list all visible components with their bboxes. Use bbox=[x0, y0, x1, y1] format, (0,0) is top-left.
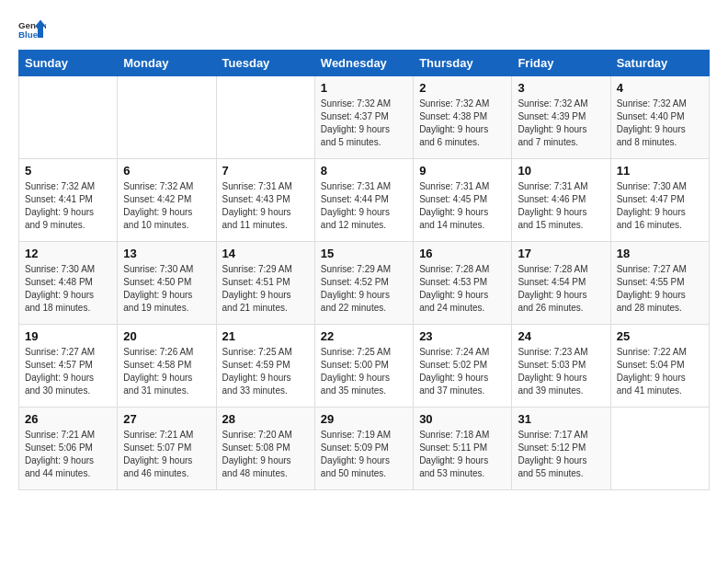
day-info: Sunrise: 7:25 AMSunset: 5:00 PMDaylight:… bbox=[321, 346, 407, 397]
day-number: 8 bbox=[321, 164, 407, 178]
calendar-day: 15Sunrise: 7:29 AMSunset: 4:52 PMDayligh… bbox=[314, 242, 413, 325]
day-info: Sunrise: 7:18 AMSunset: 5:11 PMDaylight:… bbox=[419, 429, 506, 480]
day-info: Sunrise: 7:32 AMSunset: 4:39 PMDaylight:… bbox=[518, 98, 604, 149]
day-number: 20 bbox=[123, 329, 210, 343]
calendar-header-thursday: Thursday bbox=[414, 51, 512, 76]
day-number: 29 bbox=[321, 412, 407, 426]
calendar-day bbox=[19, 76, 118, 159]
calendar-day: 21Sunrise: 7:25 AMSunset: 4:59 PMDayligh… bbox=[216, 325, 314, 408]
day-number: 14 bbox=[222, 247, 309, 260]
calendar-header-sunday: Sunday bbox=[19, 51, 118, 76]
day-number: 11 bbox=[617, 164, 703, 178]
calendar-day: 13Sunrise: 7:30 AMSunset: 4:50 PMDayligh… bbox=[118, 242, 216, 325]
calendar-day: 4Sunrise: 7:32 AMSunset: 4:40 PMDaylight… bbox=[610, 76, 709, 159]
day-number: 24 bbox=[518, 329, 604, 343]
logo: General Blue bbox=[18, 18, 46, 40]
calendar-day: 6Sunrise: 7:32 AMSunset: 4:42 PMDaylight… bbox=[118, 159, 216, 242]
day-number: 4 bbox=[617, 81, 703, 95]
day-number: 5 bbox=[25, 164, 111, 178]
day-info: Sunrise: 7:31 AMSunset: 4:46 PMDaylight:… bbox=[518, 180, 604, 232]
calendar-header-wednesday: Wednesday bbox=[314, 51, 413, 76]
day-info: Sunrise: 7:31 AMSunset: 4:43 PMDaylight:… bbox=[222, 180, 309, 232]
day-info: Sunrise: 7:31 AMSunset: 4:44 PMDaylight:… bbox=[321, 180, 407, 232]
calendar-day: 19Sunrise: 7:27 AMSunset: 4:57 PMDayligh… bbox=[19, 325, 118, 408]
day-number: 21 bbox=[222, 329, 309, 343]
day-info: Sunrise: 7:28 AMSunset: 4:53 PMDaylight:… bbox=[419, 263, 506, 315]
calendar-day: 22Sunrise: 7:25 AMSunset: 5:00 PMDayligh… bbox=[314, 325, 413, 408]
day-info: Sunrise: 7:23 AMSunset: 5:03 PMDaylight:… bbox=[518, 346, 604, 397]
day-info: Sunrise: 7:17 AMSunset: 5:12 PMDaylight:… bbox=[518, 429, 604, 480]
calendar-day: 8Sunrise: 7:31 AMSunset: 4:44 PMDaylight… bbox=[314, 159, 413, 242]
day-number: 23 bbox=[419, 329, 506, 343]
day-number: 27 bbox=[123, 412, 210, 426]
calendar-day: 29Sunrise: 7:19 AMSunset: 5:09 PMDayligh… bbox=[314, 408, 413, 490]
calendar-day: 3Sunrise: 7:32 AMSunset: 4:39 PMDaylight… bbox=[512, 76, 610, 159]
day-info: Sunrise: 7:32 AMSunset: 4:41 PMDaylight:… bbox=[25, 180, 111, 232]
calendar-header-saturday: Saturday bbox=[610, 51, 709, 76]
calendar-week-3: 12Sunrise: 7:30 AMSunset: 4:48 PMDayligh… bbox=[19, 242, 710, 325]
calendar-day: 24Sunrise: 7:23 AMSunset: 5:03 PMDayligh… bbox=[512, 325, 610, 408]
day-number: 7 bbox=[222, 164, 309, 178]
day-number: 22 bbox=[321, 329, 407, 343]
header: General Blue bbox=[18, 18, 710, 40]
day-info: Sunrise: 7:26 AMSunset: 4:58 PMDaylight:… bbox=[123, 346, 210, 397]
svg-text:Blue: Blue bbox=[18, 29, 39, 40]
calendar-day: 1Sunrise: 7:32 AMSunset: 4:37 PMDaylight… bbox=[314, 76, 413, 159]
day-info: Sunrise: 7:24 AMSunset: 5:02 PMDaylight:… bbox=[419, 346, 506, 397]
calendar-week-1: 1Sunrise: 7:32 AMSunset: 4:37 PMDaylight… bbox=[19, 76, 710, 159]
calendar-day: 25Sunrise: 7:22 AMSunset: 5:04 PMDayligh… bbox=[610, 325, 709, 408]
calendar-body: 1Sunrise: 7:32 AMSunset: 4:37 PMDaylight… bbox=[19, 76, 710, 490]
day-number: 25 bbox=[617, 329, 703, 343]
calendar-header-row: SundayMondayTuesdayWednesdayThursdayFrid… bbox=[19, 51, 710, 76]
calendar-day: 28Sunrise: 7:20 AMSunset: 5:08 PMDayligh… bbox=[216, 408, 314, 490]
calendar-day: 31Sunrise: 7:17 AMSunset: 5:12 PMDayligh… bbox=[512, 408, 610, 490]
calendar-header-tuesday: Tuesday bbox=[216, 51, 314, 76]
day-number: 16 bbox=[419, 247, 506, 260]
calendar-day: 27Sunrise: 7:21 AMSunset: 5:07 PMDayligh… bbox=[118, 408, 216, 490]
calendar-day: 7Sunrise: 7:31 AMSunset: 4:43 PMDaylight… bbox=[216, 159, 314, 242]
day-info: Sunrise: 7:30 AMSunset: 4:50 PMDaylight:… bbox=[123, 263, 210, 315]
calendar-day: 14Sunrise: 7:29 AMSunset: 4:51 PMDayligh… bbox=[216, 242, 314, 325]
day-number: 13 bbox=[123, 247, 210, 260]
day-info: Sunrise: 7:25 AMSunset: 4:59 PMDaylight:… bbox=[222, 346, 309, 397]
calendar-day bbox=[610, 408, 709, 490]
day-number: 9 bbox=[419, 164, 506, 178]
day-number: 6 bbox=[123, 164, 210, 178]
day-info: Sunrise: 7:28 AMSunset: 4:54 PMDaylight:… bbox=[518, 263, 604, 315]
calendar-day: 26Sunrise: 7:21 AMSunset: 5:06 PMDayligh… bbox=[19, 408, 118, 490]
calendar-day bbox=[118, 76, 216, 159]
calendar-day: 30Sunrise: 7:18 AMSunset: 5:11 PMDayligh… bbox=[414, 408, 512, 490]
calendar-day: 11Sunrise: 7:30 AMSunset: 4:47 PMDayligh… bbox=[610, 159, 709, 242]
day-number: 18 bbox=[617, 247, 703, 260]
day-info: Sunrise: 7:27 AMSunset: 4:57 PMDaylight:… bbox=[25, 346, 111, 397]
calendar-day: 18Sunrise: 7:27 AMSunset: 4:55 PMDayligh… bbox=[610, 242, 709, 325]
day-info: Sunrise: 7:32 AMSunset: 4:40 PMDaylight:… bbox=[617, 98, 703, 149]
day-number: 19 bbox=[25, 329, 111, 343]
calendar-week-5: 26Sunrise: 7:21 AMSunset: 5:06 PMDayligh… bbox=[19, 408, 710, 490]
day-info: Sunrise: 7:32 AMSunset: 4:37 PMDaylight:… bbox=[321, 98, 407, 149]
calendar-day: 9Sunrise: 7:31 AMSunset: 4:45 PMDaylight… bbox=[414, 159, 512, 242]
day-info: Sunrise: 7:21 AMSunset: 5:07 PMDaylight:… bbox=[123, 429, 210, 480]
calendar-day: 5Sunrise: 7:32 AMSunset: 4:41 PMDaylight… bbox=[19, 159, 118, 242]
day-number: 28 bbox=[222, 412, 309, 426]
day-info: Sunrise: 7:32 AMSunset: 4:42 PMDaylight:… bbox=[123, 180, 210, 232]
calendar-day: 17Sunrise: 7:28 AMSunset: 4:54 PMDayligh… bbox=[512, 242, 610, 325]
day-number: 31 bbox=[518, 412, 604, 426]
calendar-week-4: 19Sunrise: 7:27 AMSunset: 4:57 PMDayligh… bbox=[19, 325, 710, 408]
calendar-day: 16Sunrise: 7:28 AMSunset: 4:53 PMDayligh… bbox=[414, 242, 512, 325]
calendar-day: 2Sunrise: 7:32 AMSunset: 4:38 PMDaylight… bbox=[414, 76, 512, 159]
calendar-table: SundayMondayTuesdayWednesdayThursdayFrid… bbox=[18, 50, 710, 490]
calendar-day: 23Sunrise: 7:24 AMSunset: 5:02 PMDayligh… bbox=[414, 325, 512, 408]
calendar-day: 20Sunrise: 7:26 AMSunset: 4:58 PMDayligh… bbox=[118, 325, 216, 408]
day-info: Sunrise: 7:32 AMSunset: 4:38 PMDaylight:… bbox=[419, 98, 506, 149]
day-number: 12 bbox=[25, 247, 111, 260]
calendar-day: 10Sunrise: 7:31 AMSunset: 4:46 PMDayligh… bbox=[512, 159, 610, 242]
calendar-header-friday: Friday bbox=[512, 51, 610, 76]
day-info: Sunrise: 7:30 AMSunset: 4:47 PMDaylight:… bbox=[617, 180, 703, 232]
day-info: Sunrise: 7:21 AMSunset: 5:06 PMDaylight:… bbox=[25, 429, 111, 480]
day-number: 3 bbox=[518, 81, 604, 95]
day-number: 17 bbox=[518, 247, 604, 260]
calendar-week-2: 5Sunrise: 7:32 AMSunset: 4:41 PMDaylight… bbox=[19, 159, 710, 242]
calendar-header-monday: Monday bbox=[118, 51, 216, 76]
day-info: Sunrise: 7:30 AMSunset: 4:48 PMDaylight:… bbox=[25, 263, 111, 315]
